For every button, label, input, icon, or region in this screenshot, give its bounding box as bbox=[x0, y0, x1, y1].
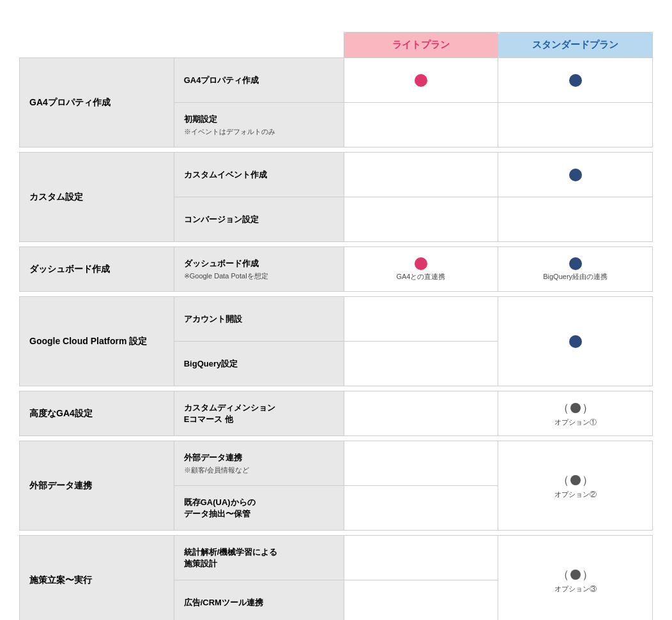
standard-cell-0-0 bbox=[498, 58, 653, 103]
category-5: 外部データ連携 bbox=[20, 441, 174, 531]
light-plan-header: ライトプラン bbox=[344, 33, 498, 58]
standard-cell-6-merged: （）オプション③ bbox=[498, 536, 653, 621]
light-cell-1-0 bbox=[344, 153, 498, 197]
light-cell-6-1 bbox=[344, 580, 498, 621]
standard-plan-header: スタンダードプラン bbox=[498, 33, 653, 58]
category-0: GA4プロパティ作成 bbox=[20, 58, 174, 147]
feature-3-0: アカウント開設 bbox=[174, 297, 344, 342]
feature-2-0: ダッシュボード作成※Google Data Potalを想定 bbox=[174, 247, 344, 292]
feature-1-0: カスタムイベント作成 bbox=[174, 153, 344, 197]
comparison-table: ライトプラン スタンダードプラン GA4プロパティ作成GA4プロパティ作成初期設… bbox=[19, 32, 653, 620]
light-cell-5-0 bbox=[344, 441, 498, 486]
feature-5-1: 既存GA(UA)からのデータ抽出〜保管 bbox=[174, 486, 344, 531]
light-cell-0-1 bbox=[344, 103, 498, 147]
standard-cell-4-0: （）オプション① bbox=[498, 391, 653, 436]
category-3: Google Cloud Platform 設定 bbox=[20, 297, 174, 386]
light-cell-1-1 bbox=[344, 197, 498, 242]
category-4: 高度なGA4設定 bbox=[20, 391, 174, 436]
light-cell-3-0 bbox=[344, 297, 498, 342]
light-cell-6-0 bbox=[344, 536, 498, 580]
feature-0-1: 初期設定※イベントはデフォルトのみ bbox=[174, 103, 344, 147]
category-6: 施策立案〜実行 bbox=[20, 536, 174, 621]
feature-0-0: GA4プロパティ作成 bbox=[174, 58, 344, 103]
feature-3-1: BigQuery設定 bbox=[174, 342, 344, 386]
category-2: ダッシュボード作成 bbox=[20, 247, 174, 292]
feature-5-0: 外部データ連携※顧客/会員情報など bbox=[174, 441, 344, 486]
feature-4-0: カスタムディメンションEコマース 他 bbox=[174, 391, 344, 436]
standard-cell-1-1 bbox=[498, 197, 653, 242]
light-cell-5-1 bbox=[344, 486, 498, 531]
standard-cell-0-1 bbox=[498, 103, 653, 147]
header-empty-1 bbox=[20, 33, 344, 58]
standard-cell-1-0 bbox=[498, 153, 653, 197]
standard-cell-2-0: BigQuery経由の連携 bbox=[498, 247, 653, 292]
category-1: カスタム設定 bbox=[20, 153, 174, 242]
light-cell-0-0 bbox=[344, 58, 498, 103]
standard-cell-3-merged bbox=[498, 297, 653, 386]
standard-cell-5-merged: （）オプション② bbox=[498, 441, 653, 531]
light-cell-3-1 bbox=[344, 342, 498, 386]
light-cell-2-0: GA4との直連携 bbox=[344, 247, 498, 292]
feature-6-0: 統計解析/機械学習による施策設計 bbox=[174, 536, 344, 580]
feature-1-1: コンバージョン設定 bbox=[174, 197, 344, 242]
light-cell-4-0 bbox=[344, 391, 498, 436]
feature-6-1: 広告/CRMツール連携 bbox=[174, 580, 344, 621]
